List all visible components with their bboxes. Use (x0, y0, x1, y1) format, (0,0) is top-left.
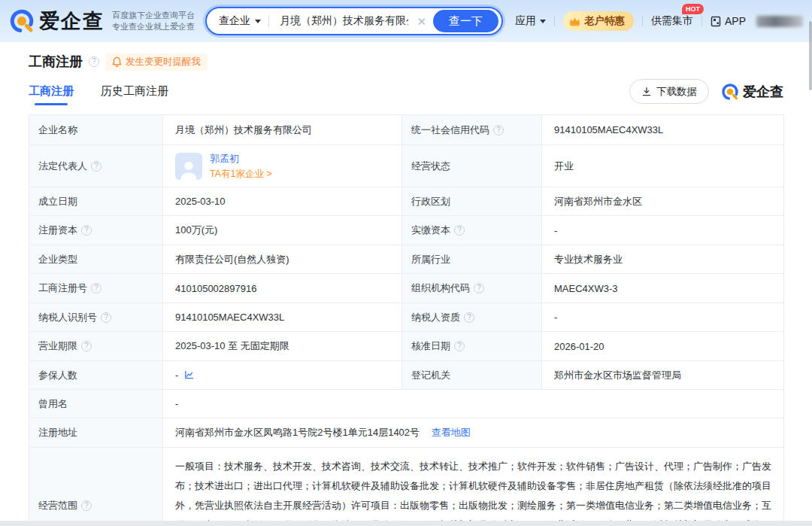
aiqicha-logo-icon (721, 83, 739, 101)
field-label: 登记机关 (411, 369, 450, 382)
divider (554, 16, 555, 26)
search-submit-button[interactable]: 查一下 (433, 10, 498, 32)
table-row: 纳税人识别号 91410105MAEC4XW33L 纳税人资质 - (29, 303, 784, 332)
field-value: 2026-01-20 (554, 341, 604, 352)
field-value: - (554, 312, 557, 323)
table-row: 企业类型 有限责任公司(自然人独资) 所属行业 专业技术服务业 (29, 245, 784, 274)
nav-app-download[interactable]: APP (710, 15, 746, 27)
help-icon[interactable] (464, 312, 474, 323)
field-label: 企业名称 (38, 123, 77, 137)
field-value: 郑州市金水区市场监督管理局 (554, 369, 681, 381)
table-row: 营业期限 2025-03-10 至 无固定期限 核准日期 2026-01-20 (29, 332, 784, 361)
table-row: 工商注册号 410105002897916 组织机构代码 MAEC4XW3-3 (29, 274, 784, 303)
field-label: 经营范围 (38, 499, 77, 512)
field-value: 河南省郑州市金水区凤鸣路1号院2号楼1单元14层1402号 (175, 427, 420, 438)
help-icon[interactable] (89, 56, 99, 67)
view-map-link[interactable]: 查看地图 (432, 427, 471, 438)
divider (701, 16, 702, 26)
field-label: 工商注册号 (38, 281, 87, 295)
table-row: 成立日期 2025-03-10 行政区划 河南省郑州市金水区 (29, 187, 784, 216)
field-value: 2025-03-10 至 无固定期限 (175, 340, 289, 351)
aiqicha-logo[interactable]: 爱企查 百度旗下企业查询平台 专业查企业就上爱企查 (9, 8, 195, 35)
field-value: - (554, 225, 557, 236)
search-input[interactable] (278, 14, 410, 28)
table-row: 法定代表人 郭孟初 TA有1家企业 > 经营状态 开业 (29, 145, 784, 187)
field-label: 参保人数 (38, 369, 77, 382)
help-icon[interactable] (91, 283, 102, 293)
hot-badge: HOT (682, 4, 704, 14)
scrollbar[interactable] (809, 21, 812, 90)
field-label: 纳税人识别号 (38, 311, 97, 324)
field-label: 实缴资本 (411, 223, 450, 237)
field-label: 纳税人资质 (411, 311, 460, 324)
field-value: 2025-03-10 (175, 196, 226, 207)
nav-apps[interactable]: 应用 (515, 14, 546, 28)
tab-business-registration[interactable]: 工商注册 (29, 84, 74, 105)
tabs-right-tools: 下载数据 爱企查 (629, 79, 783, 105)
table-row: 注册资本 100万(元) 实缴资本 - (29, 216, 784, 245)
field-label: 统一社会信用代码 (411, 123, 489, 137)
help-icon[interactable] (81, 341, 92, 351)
field-label: 组织机构代码 (411, 281, 470, 295)
field-value: 91410105MAEC4XW33L (175, 312, 284, 323)
table-row: 参保人数 - 登记机关 郑州市金水区市场监督管理局 (29, 361, 784, 390)
top-header: 爱企查 百度旗下企业查询平台 专业查企业就上爱企查 查企业 查一下 应用 老户特… (0, 0, 812, 42)
help-icon[interactable] (81, 225, 92, 236)
field-value: 410105002897916 (175, 283, 256, 294)
help-icon[interactable] (493, 125, 504, 135)
crown-icon (569, 17, 580, 26)
divider (268, 15, 269, 27)
tab-history-registration[interactable]: 历史工商注册 (101, 84, 168, 105)
field-value: - (175, 398, 178, 409)
field-value: 开业 (554, 160, 574, 172)
user-account-redacted[interactable] (756, 16, 803, 27)
field-label: 注册资本 (38, 223, 77, 237)
brand-tagline: 百度旗下企业查询平台 专业查企业就上爱企查 (112, 10, 195, 32)
field-value: 有限责任公司(自然人独资) (175, 254, 289, 265)
field-label: 企业类型 (38, 253, 77, 266)
top-nav: 应用 老户特惠 供需集市 HOT APP (515, 11, 803, 31)
field-label: 核准日期 (411, 339, 450, 353)
help-icon[interactable] (454, 341, 465, 351)
related-companies-link[interactable]: TA有1家企业 > (210, 168, 272, 181)
help-icon[interactable] (474, 283, 484, 293)
help-icon[interactable] (81, 500, 92, 511)
nav-marketplace[interactable]: 供需集市 HOT (651, 14, 693, 28)
download-data-button[interactable]: 下载数据 (629, 79, 709, 104)
trend-chart-icon[interactable] (184, 370, 194, 380)
chevron-down-icon (540, 20, 546, 23)
field-value: 91410105MAEC4XW33L (554, 124, 663, 135)
tabs-bar: 工商注册 历史工商注册 下载数据 爱企查 (29, 78, 783, 105)
aiqicha-logo-icon (9, 8, 35, 34)
search-category-label: 查企业 (219, 14, 250, 28)
legal-representative-link[interactable]: 郭孟初 (210, 152, 272, 166)
field-value: 专业技术服务业 (554, 254, 623, 265)
search-category-dropdown[interactable]: 查企业 (219, 14, 261, 28)
section-header: 工商注册 发生变更时提醒我 (29, 53, 783, 71)
person-icon (177, 157, 200, 180)
search-bar: 查企业 查一下 (205, 7, 503, 35)
nav-member-promo[interactable]: 老户特惠 (563, 11, 634, 31)
avatar[interactable] (175, 153, 202, 180)
clear-search-icon[interactable] (417, 16, 426, 27)
field-label: 行政区划 (411, 195, 450, 208)
page-title: 工商注册 (29, 53, 83, 71)
field-label: 注册地址 (38, 426, 77, 439)
help-icon[interactable] (91, 161, 102, 172)
field-label: 曾用名 (38, 397, 68, 411)
table-row: 注册地址 河南省郑州市金水区凤鸣路1号院2号楼1单元14层1402号 查看地图 (29, 418, 784, 448)
field-label: 所属行业 (411, 253, 450, 266)
download-icon (641, 87, 652, 97)
brand-name: 爱企查 (39, 8, 105, 35)
registration-table: 企业名称 月境（郑州）技术服务有限公司 统一社会信用代码 91410105MAE… (29, 114, 784, 526)
help-icon[interactable] (101, 312, 111, 323)
aiqicha-watermark: 爱企查 (721, 83, 783, 101)
bell-icon (112, 56, 122, 67)
legal-representative-cell: 郭孟初 TA有1家企业 > (163, 146, 401, 187)
field-value: 河南省郑州市金水区 (554, 196, 642, 207)
field-label: 成立日期 (38, 195, 77, 208)
field-label: 经营状态 (411, 160, 450, 173)
phone-qr-icon (710, 16, 721, 27)
change-reminder-button[interactable]: 发生变更时提醒我 (105, 53, 208, 71)
help-icon[interactable] (454, 225, 465, 236)
